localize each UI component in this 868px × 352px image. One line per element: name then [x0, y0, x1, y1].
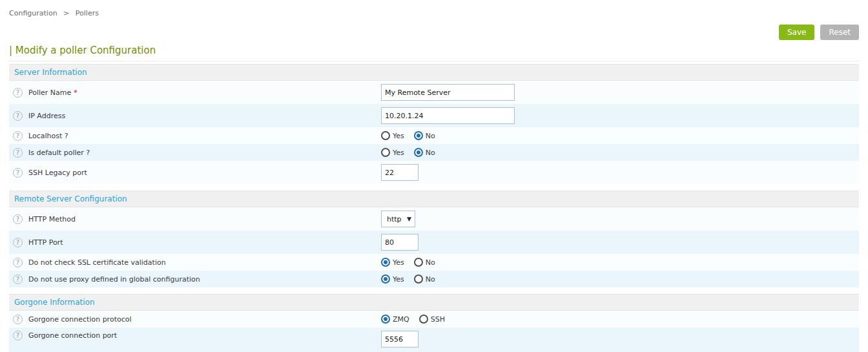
radio-option-label[interactable]: Yes: [393, 275, 404, 284]
form-row-localhost: ?Localhost ?YesNo: [9, 127, 859, 144]
localhost-radio-yes[interactable]: Yes: [381, 131, 404, 140]
radio-option-label[interactable]: SSH: [431, 315, 445, 324]
radio-selected-icon[interactable]: [381, 315, 390, 324]
value-cell-localhost: YesNo: [381, 131, 859, 140]
help-icon[interactable]: ?: [13, 238, 23, 247]
is-default-poller-radio-yes[interactable]: Yes: [381, 148, 404, 157]
radio-selected-icon[interactable]: [414, 131, 423, 140]
label-cell-gorgone-connection-port: ?Gorgone connection port: [9, 331, 381, 340]
help-icon[interactable]: ?: [13, 88, 23, 98]
radio-unselected-icon[interactable]: [414, 274, 423, 284]
localhost-radio-group: YesNo: [381, 131, 435, 140]
http-method-select[interactable]: http▼: [381, 211, 415, 227]
help-icon[interactable]: ?: [13, 111, 23, 121]
is-default-poller-radio-no[interactable]: No: [414, 148, 435, 157]
radio-unselected-icon[interactable]: [381, 148, 390, 157]
help-icon[interactable]: ?: [13, 168, 23, 178]
do-not-check-ssl-certificate-validation-radio-no[interactable]: No: [414, 258, 435, 267]
poller-name-input[interactable]: [381, 84, 515, 101]
field-label-do-not-use-proxy-defined-in-global-configuration: Do not use proxy defined in global confi…: [28, 275, 200, 284]
field-label-do-not-check-ssl-certificate-validation: Do not check SSL certificate validation: [28, 258, 166, 267]
http-port-input[interactable]: [381, 234, 418, 251]
gorgone-connection-port-input[interactable]: [381, 331, 418, 347]
radio-unselected-icon[interactable]: [381, 131, 390, 140]
help-icon[interactable]: ?: [13, 214, 23, 224]
radio-selected-icon[interactable]: [381, 258, 390, 267]
radio-dot: [417, 134, 420, 138]
poller-config-page: Configuration > Pollers Save Reset | Mod…: [0, 0, 868, 352]
help-icon[interactable]: ?: [13, 258, 23, 267]
breadcrumb-pollers[interactable]: Pollers: [76, 9, 99, 17]
form-row-http-method: ?HTTP Methodhttp▼: [9, 207, 859, 231]
radio-dot: [384, 317, 388, 321]
label-cell-poller-name: ?Poller Name*: [9, 88, 381, 98]
http-method-select-value: http: [387, 215, 402, 223]
poller-form: Server Information?Poller Name*?IP Addre…: [9, 64, 859, 352]
save-button[interactable]: Save: [779, 25, 814, 40]
do-not-use-proxy-defined-in-global-configuration-radio-no[interactable]: No: [414, 274, 435, 284]
form-row-do-not-use-proxy-defined-in-global-configuration: ?Do not use proxy defined in global conf…: [9, 271, 859, 287]
ssh-legacy-port-input[interactable]: [381, 164, 418, 181]
value-cell-is-default-poller: YesNo: [381, 148, 859, 157]
field-label-ssh-legacy-port: SSH Legacy port: [28, 169, 87, 177]
label-cell-gorgone-connection-protocol: ?Gorgone connection protocol: [9, 315, 381, 324]
radio-option-label[interactable]: Yes: [393, 149, 404, 157]
form-row-gorgone-connection-protocol: ?Gorgone connection protocolZMQSSH: [9, 311, 859, 327]
form-row-ssh-legacy-port: ?SSH Legacy port: [9, 161, 859, 184]
value-cell-poller-name: [381, 84, 859, 101]
do-not-check-ssl-certificate-validation-radio-yes[interactable]: Yes: [381, 258, 404, 267]
label-cell-localhost: ?Localhost ?: [9, 131, 381, 141]
action-toolbar: Save Reset: [9, 25, 859, 40]
breadcrumb: Configuration > Pollers: [9, 0, 859, 17]
radio-option-label[interactable]: No: [426, 149, 435, 157]
field-label-ip-address: IP Address: [28, 112, 65, 120]
help-icon[interactable]: ?: [13, 331, 23, 340]
do-not-use-proxy-defined-in-global-configuration-radio-yes[interactable]: Yes: [381, 274, 404, 284]
label-cell-http-port: ?HTTP Port: [9, 238, 381, 247]
radio-option-label[interactable]: No: [426, 258, 435, 267]
radio-unselected-icon[interactable]: [419, 315, 428, 324]
radio-option-label[interactable]: No: [426, 132, 435, 140]
ip-address-input[interactable]: [381, 107, 515, 124]
label-cell-do-not-check-ssl-certificate-validation: ?Do not check SSL certificate validation: [9, 258, 381, 267]
section-header-gorgone-information: Gorgone Information: [9, 294, 859, 311]
gorgone-connection-protocol-radio-zmq[interactable]: ZMQ: [381, 315, 409, 324]
gorgone-connection-protocol-radio-group: ZMQSSH: [381, 315, 445, 324]
reset-button[interactable]: Reset: [820, 25, 859, 40]
field-label-gorgone-connection-protocol: Gorgone connection protocol: [28, 315, 132, 324]
help-icon[interactable]: ?: [13, 131, 23, 141]
value-cell-http-port: [381, 234, 859, 251]
form-row-gorgone-connection-port: ?Gorgone connection port: [9, 327, 859, 352]
label-cell-ip-address: ?IP Address: [9, 111, 381, 121]
radio-selected-icon[interactable]: [414, 148, 423, 157]
is-default-poller-radio-group: YesNo: [381, 148, 435, 157]
value-cell-do-not-check-ssl-certificate-validation: YesNo: [381, 258, 859, 267]
form-row-ip-address: ?IP Address: [9, 104, 859, 127]
chevron-down-icon: ▼: [407, 216, 411, 222]
breadcrumb-configuration[interactable]: Configuration: [9, 9, 57, 17]
radio-option-label[interactable]: Yes: [393, 132, 404, 140]
do-not-use-proxy-defined-in-global-configuration-radio-group: YesNo: [381, 274, 435, 284]
field-label-gorgone-connection-port: Gorgone connection port: [28, 331, 117, 340]
value-cell-http-method: http▼: [381, 211, 859, 227]
radio-option-label[interactable]: Yes: [393, 258, 404, 267]
radio-unselected-icon[interactable]: [414, 258, 423, 267]
section-header-server-information: Server Information: [9, 64, 859, 81]
field-label-http-port: HTTP Port: [28, 238, 63, 247]
help-icon[interactable]: ?: [13, 274, 23, 284]
radio-dot: [384, 260, 388, 264]
page-title: | Modify a poller Configuration: [9, 45, 859, 61]
radio-option-label[interactable]: No: [426, 275, 435, 284]
section-header-remote-server-configuration: Remote Server Configuration: [9, 191, 859, 207]
help-icon[interactable]: ?: [13, 148, 23, 158]
required-asterisk: *: [74, 88, 78, 97]
breadcrumb-separator: >: [63, 9, 69, 17]
gorgone-connection-protocol-radio-ssh[interactable]: SSH: [419, 315, 445, 324]
radio-option-label[interactable]: ZMQ: [393, 315, 409, 324]
radio-selected-icon[interactable]: [381, 274, 390, 284]
help-icon[interactable]: ?: [13, 315, 23, 324]
label-cell-do-not-use-proxy-defined-in-global-configuration: ?Do not use proxy defined in global conf…: [9, 274, 381, 284]
form-row-is-default-poller: ?Is default poller ?YesNo: [9, 144, 859, 161]
field-label-localhost: Localhost ?: [28, 132, 68, 140]
localhost-radio-no[interactable]: No: [414, 131, 435, 140]
